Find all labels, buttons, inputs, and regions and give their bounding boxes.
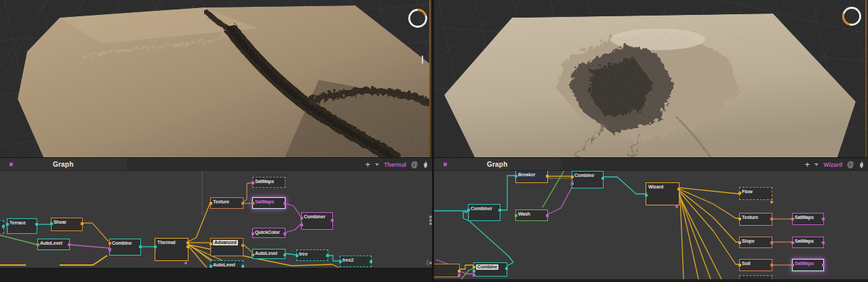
- node-port[interactable]: [458, 270, 460, 273]
- splitter-handle[interactable]: [422, 56, 423, 64]
- node-port[interactable]: [370, 260, 372, 263]
- node-port[interactable]: [515, 175, 517, 178]
- graph-node-shear[interactable]: Shear: [51, 218, 83, 231]
- node-port[interactable]: [210, 243, 212, 245]
- node-port[interactable]: [822, 241, 825, 244]
- node-port[interactable]: [571, 176, 574, 178]
- node-port[interactable]: [677, 188, 680, 190]
- graph-node-slope[interactable]: Slope: [739, 237, 772, 248]
- node-port[interactable]: [458, 274, 460, 277]
- graph-canvas-left[interactable]: TerraceShearAutoLevelCombineThermalTextu…: [0, 171, 432, 282]
- graph-node-terrace[interactable]: Terrace: [7, 218, 37, 234]
- viewport-3d-left[interactable]: [0, 0, 432, 157]
- graph-node-combine[interactable]: Combine: [109, 239, 141, 256]
- graph-node-flow[interactable]: Flow: [739, 187, 772, 200]
- node-port[interactable]: [498, 209, 501, 212]
- node-port[interactable]: [296, 254, 298, 257]
- node-port[interactable]: [252, 182, 254, 184]
- graph-node[interactable]: [0, 220, 4, 234]
- node-port[interactable]: [738, 192, 741, 195]
- node-port[interactable]: [473, 270, 475, 273]
- chevron-down-icon[interactable]: [375, 163, 379, 166]
- graph-node-tree[interactable]: tree: [296, 249, 328, 261]
- graph-node[interactable]: [434, 264, 460, 277]
- viewport-3d-right[interactable]: [434, 0, 868, 157]
- graph-node-quickcolor[interactable]: QuickColor: [252, 228, 285, 238]
- node-port[interactable]: [546, 214, 549, 217]
- node-port[interactable]: [252, 254, 254, 256]
- add-node-button[interactable]: +: [805, 160, 810, 169]
- graph-node-tree2[interactable]: tree2: [340, 256, 372, 267]
- node-port[interactable]: [473, 266, 475, 268]
- graph-node-wizard[interactable]: Wizard: [646, 182, 679, 205]
- node-port[interactable]: [467, 209, 470, 212]
- node-port[interactable]: [6, 223, 9, 226]
- flame-icon[interactable]: [859, 161, 865, 168]
- graph-node-soil[interactable]: Soil: [739, 259, 772, 271]
- node-port[interactable]: [822, 218, 825, 220]
- node-port[interactable]: [241, 202, 244, 205]
- node-port[interactable]: [738, 264, 741, 266]
- flame-icon[interactable]: [422, 161, 429, 168]
- graph-node-texture[interactable]: Texture: [739, 213, 772, 226]
- portal-icon[interactable]: @: [411, 161, 418, 168]
- graph-node-advanced[interactable]: Advanced: [210, 238, 243, 256]
- node-port[interactable]: [546, 175, 549, 178]
- node-port[interactable]: [139, 245, 142, 248]
- node-port[interactable]: [326, 254, 329, 257]
- add-node-button[interactable]: +: [366, 160, 371, 169]
- node-port[interactable]: [515, 214, 517, 217]
- node-port[interactable]: [300, 217, 303, 220]
- node-port[interactable]: [770, 241, 773, 244]
- graph-node-autolevel[interactable]: AutoLevel: [252, 249, 285, 259]
- node-port[interactable]: [283, 233, 286, 235]
- chevron-down-icon[interactable]: [814, 163, 818, 166]
- node-port[interactable]: [186, 241, 189, 244]
- node-port[interactable]: [252, 233, 254, 235]
- graph-node-satmaps[interactable]: SatMaps: [792, 213, 824, 225]
- graph-node-combine[interactable]: Combine: [473, 262, 507, 277]
- compass-gizmo[interactable]: [407, 7, 429, 29]
- node-port[interactable]: [331, 219, 334, 222]
- graph-node-satmaps[interactable]: SatMaps: [792, 237, 824, 248]
- node-port[interactable]: [339, 260, 342, 263]
- node-port[interactable]: [738, 218, 741, 220]
- node-port[interactable]: [241, 244, 244, 247]
- graph-canvas-right[interactable]: CombinerBreakerCombineWashWizardFlowText…: [434, 171, 868, 282]
- node-port[interactable]: [791, 241, 794, 244]
- portal-icon[interactable]: @: [847, 161, 854, 168]
- node-port[interactable]: [2, 225, 5, 228]
- compass-gizmo[interactable]: [841, 5, 863, 27]
- node-port[interactable]: [770, 264, 773, 266]
- node-port[interactable]: [108, 242, 111, 245]
- node-port[interactable]: [601, 177, 604, 180]
- graph-node-combiner[interactable]: Combiner: [468, 204, 500, 221]
- node-port[interactable]: [822, 264, 825, 266]
- vertical-splitter[interactable]: [432, 0, 434, 282]
- node-port[interactable]: [50, 222, 53, 225]
- node-port[interactable]: [210, 202, 212, 205]
- node-port[interactable]: [35, 223, 38, 226]
- node-port[interactable]: [738, 241, 741, 244]
- collapse-handle[interactable]: (: [427, 259, 429, 266]
- node-port[interactable]: [791, 218, 794, 220]
- node-port[interactable]: [473, 274, 475, 277]
- graph-node-wash[interactable]: Wash: [515, 209, 548, 221]
- node-port[interactable]: [283, 254, 286, 256]
- graph-node-texture[interactable]: Texture: [210, 197, 243, 209]
- node-port[interactable]: [186, 245, 189, 248]
- node-port[interactable]: [770, 218, 773, 220]
- node-port[interactable]: [37, 243, 39, 246]
- graph-node-satmaps[interactable]: SatMaps: [792, 259, 824, 271]
- graph-node-satmaps[interactable]: SatMaps: [252, 177, 285, 188]
- graph-node-autolevel[interactable]: AutoLevel: [37, 239, 70, 250]
- graph-node-combiner[interactable]: Combiner: [301, 212, 333, 230]
- graph-node-satmaps[interactable]: SatMaps: [252, 197, 285, 209]
- graph-node-combine[interactable]: Combine: [572, 171, 604, 188]
- node-port[interactable]: [791, 264, 794, 266]
- node-port[interactable]: [283, 202, 286, 205]
- node-port[interactable]: [68, 243, 71, 246]
- node-port[interactable]: [252, 202, 254, 205]
- graph-node-breaker[interactable]: Breaker: [515, 171, 548, 183]
- graph-node-thermal[interactable]: Thermal: [155, 238, 189, 261]
